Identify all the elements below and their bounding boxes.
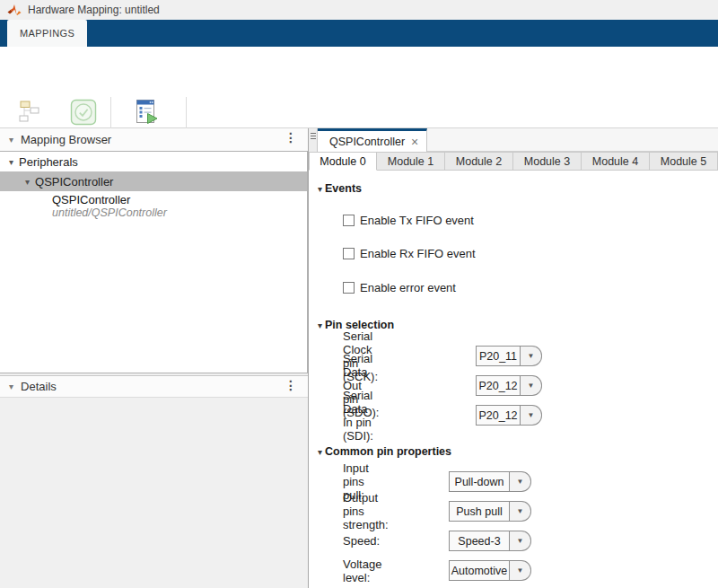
section-common-pin-properties[interactable]: ▾ Common pin properties [318,445,451,458]
dropdown-value: Automotive [449,560,510,581]
tab-module-0[interactable]: Module 0 [309,152,377,171]
highlight-block-icon [16,96,43,128]
peripherals-tree: ▾ Peripherals ▾ QSPIController QSPIContr… [0,151,308,373]
dropdown-value: Pull-down [449,471,510,492]
expand-triangle-icon[interactable]: ▾ [9,157,13,167]
dropdown-arrow-icon[interactable]: ▼ [510,531,531,551]
editor-panel: QSPIController × Module 0 Module 1 Modul… [309,128,718,588]
panel-menu-icon[interactable]: ⋮ [285,378,297,392]
mapping-browser-panel: ▾ Mapping Browser ⋮ ▾ Peripherals ▾ QSPI… [0,128,309,588]
toolbar: Highlight Block Apply Changes [0,47,718,128]
field-label-output-strength: Output pins strength: [343,491,389,531]
checkbox-label: Enable Tx FIFO event [360,214,474,227]
dropdown-arrow-icon[interactable]: ▼ [510,501,531,522]
checkbox-label: Enable error event [360,281,456,294]
tree-item-label: QSPIController [35,175,113,189]
panel-menu-icon[interactable]: ⋮ [285,130,297,145]
dropdown-value: Speed-3 [449,531,510,551]
document-tab-label: QSPIController [329,136,405,148]
section-events[interactable]: ▾ Events [318,182,362,195]
dropdown-arrow-icon[interactable]: ▼ [521,375,542,396]
details-header: ▾ Details ⋮ [0,375,308,398]
tab-module-1[interactable]: Module 1 [377,152,445,171]
tab-module-2[interactable]: Module 2 [445,152,513,171]
mapping-browser-title: Mapping Browser [21,133,111,146]
section-collapse-icon[interactable]: ▾ [318,184,322,194]
checkbox-enable-tx-fifo[interactable] [343,215,355,226]
section-collapse-icon[interactable]: ▾ [318,447,322,457]
checkbox-row-tx-fifo[interactable]: Enable Tx FIFO event [343,213,474,227]
dropdown-value: P20_12 [476,375,521,396]
document-tab-bar: QSPIController × [309,128,718,152]
checkbox-row-error[interactable]: Enable error event [343,280,456,294]
dropdown-value: Push pull [449,501,510,522]
mapping-browser-header: ▾ Mapping Browser ⋮ [0,128,308,151]
module-tab-strip: Module 0 Module 1 Module 2 Module 3 Modu… [309,152,718,171]
tree-item-qspicontroller-leaf[interactable]: QSPIController untitled/QSPIController [0,193,307,220]
collapse-triangle-icon[interactable]: ▾ [9,135,13,145]
window-title: Hardware Mapping: untitled [28,4,160,16]
dropdown-arrow-icon[interactable]: ▼ [510,560,531,581]
title-bar: Hardware Mapping: untitled [0,0,718,20]
dropdown-arrow-icon[interactable]: ▼ [521,346,542,366]
checkbox-row-rx-fifo[interactable]: Enable Rx FIFO event [343,246,476,260]
matlab-logo-icon [7,3,22,17]
section-title: Common pin properties [325,445,451,458]
tab-module-3[interactable]: Module 3 [513,152,582,171]
section-collapse-icon[interactable]: ▾ [318,320,322,330]
close-icon[interactable]: × [411,136,418,147]
tree-item-qspicontroller-group[interactable]: ▾ QSPIController [0,171,307,191]
tab-module-5[interactable]: Module 5 [650,152,718,171]
tab-module-4[interactable]: Module 4 [582,152,650,171]
dropdown-value: P20_11 [476,346,521,366]
dropdown-arrow-icon[interactable]: ▼ [510,471,531,492]
checkbox-enable-rx-fifo[interactable] [343,248,355,259]
expand-triangle-icon[interactable]: ▾ [25,177,30,187]
tree-item-peripherals[interactable]: ▾ Peripherals [0,152,307,171]
tree-leaf-name: QSPIController [52,193,307,206]
field-label-sdi: Serial Data In pin (SDI): [343,389,373,443]
tree-item-label: Peripherals [19,155,78,169]
checkbox-label: Enable Rx FIFO event [360,247,476,260]
document-tab-qspicontroller[interactable]: QSPIController × [318,128,427,152]
dropdown-arrow-icon[interactable]: ▼ [521,405,542,426]
collapse-triangle-icon[interactable]: ▾ [9,382,13,391]
dropdown-output-pins-strength[interactable]: Push pull ▼ [449,501,531,522]
checkbox-enable-error[interactable] [343,282,355,294]
field-label-voltage: Voltage level: [343,557,381,584]
section-title: Events [325,182,362,195]
document-list-icon[interactable] [309,128,318,152]
dropdown-sdi-pin[interactable]: P20_12 ▼ [476,405,542,426]
field-label-speed: Speed: [343,534,380,548]
dropdown-input-pins-pull[interactable]: Pull-down ▼ [449,471,531,492]
generate-report-icon [133,96,160,128]
dropdown-voltage-level[interactable]: Automotive ▼ [449,560,531,581]
module-settings-content: ▾ Events Enable Tx FIFO event Enable Rx … [309,171,718,588]
dropdown-speed[interactable]: Speed-3 ▼ [449,531,531,551]
details-body [0,399,308,588]
apply-changes-icon [70,96,97,128]
dropdown-sck-pin[interactable]: P20_11 ▼ [476,346,542,366]
tree-leaf-path: untitled/QSPIController [52,206,307,220]
ribbon-band: MAPPINGS [0,20,718,47]
dropdown-sdo-pin[interactable]: P20_12 ▼ [476,375,542,396]
tab-mappings[interactable]: MAPPINGS [7,20,87,47]
dropdown-value: P20_12 [476,405,521,426]
details-title: Details [21,380,57,393]
